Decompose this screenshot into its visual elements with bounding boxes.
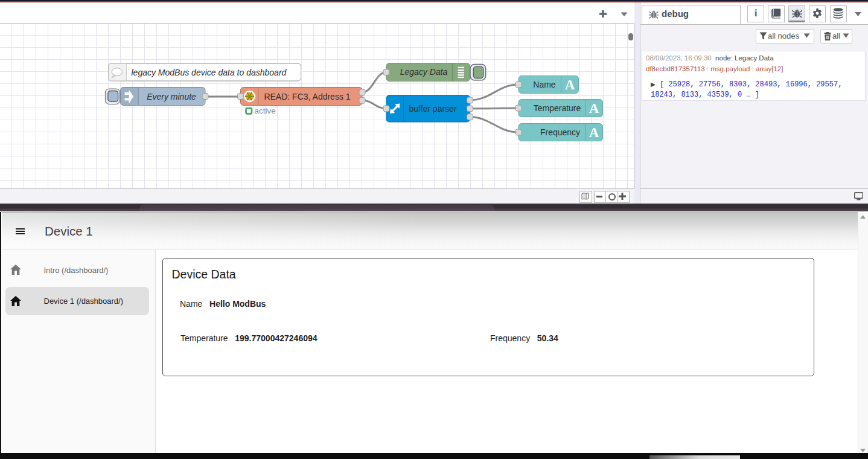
svg-text:legacy ModBus device data to d: legacy ModBus device data to dashboard — [132, 68, 287, 77]
svg-text:buffer parser: buffer parser — [409, 104, 456, 114]
svg-text:A: A — [565, 77, 575, 92]
svg-text:Every minute: Every minute — [147, 92, 196, 101]
svg-text:READ: FC3, Address 1: READ: FC3, Address 1 — [264, 92, 350, 101]
svg-text:Name: Name — [533, 80, 556, 89]
svg-text:Frequency: Frequency — [540, 127, 580, 137]
svg-text:A: A — [589, 101, 599, 116]
svg-text:Temperature: Temperature — [534, 103, 581, 113]
svg-text:active: active — [255, 106, 276, 115]
svg-text:Legacy Data: Legacy Data — [400, 67, 448, 77]
svg-text:A: A — [589, 125, 599, 140]
